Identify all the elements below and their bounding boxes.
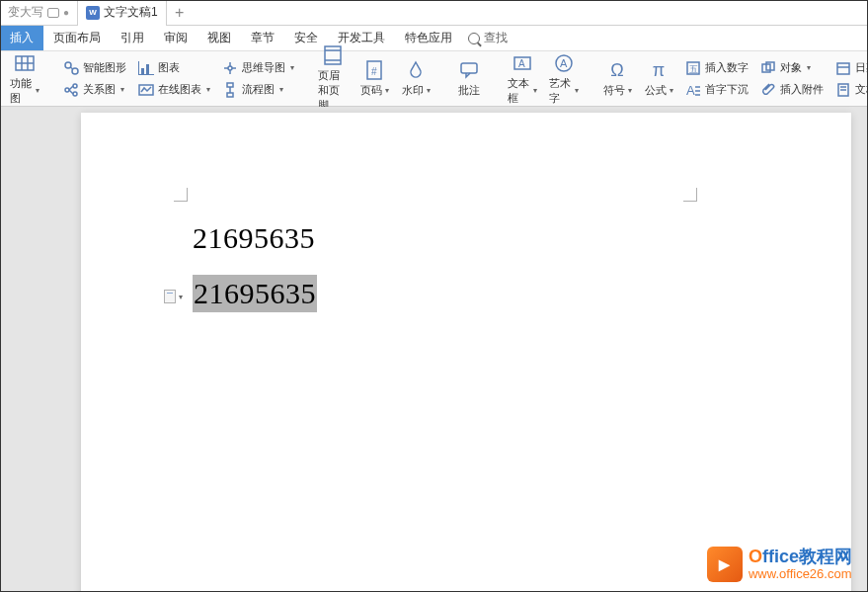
chevron-down-icon: ▾ (179, 293, 183, 301)
menu-section[interactable]: 章节 (241, 26, 284, 50)
chevron-down-icon: ▾ (670, 86, 673, 95)
svg-line-11 (69, 90, 73, 94)
chevron-down-icon: ▾ (628, 86, 632, 95)
watermark-url: www.office26.com (749, 567, 852, 581)
menu-references[interactable]: 引用 (111, 26, 154, 50)
label: 图表 (158, 60, 180, 75)
menu-view[interactable]: 视图 (197, 26, 241, 50)
dropcap-button[interactable]: A首字下沉 (683, 81, 750, 99)
label: 插入附件 (780, 82, 824, 97)
tab-label: 文字文稿1 (104, 4, 158, 21)
watermark-button[interactable]: 水印▾ (395, 57, 436, 100)
label: 流程图 (242, 82, 275, 97)
logo-icon: ▶ (707, 547, 743, 582)
insert-number-button[interactable]: 五插入数字 (683, 59, 750, 77)
paperclip-icon (760, 82, 776, 98)
header-footer-button[interactable]: 页眉和页脚 (312, 42, 354, 115)
document-page[interactable]: 21695635 21695635 ▾ (81, 113, 851, 592)
grid-icon (14, 52, 36, 74)
label: 符号 (603, 83, 625, 98)
menu-review[interactable]: 审阅 (154, 26, 197, 50)
number-icon: 五 (685, 60, 701, 76)
svg-text:A: A (686, 83, 695, 98)
symbol-button[interactable]: Ω 符号▾ (596, 57, 638, 100)
menu-insert[interactable]: 插入 (0, 26, 43, 50)
document-text-line[interactable]: 21695635 (193, 221, 315, 255)
feature-map-button[interactable]: 功能图▾ (4, 50, 45, 108)
tab-prev-doc[interactable]: 变大写 ● (0, 0, 78, 26)
page-number-button[interactable]: # 页码▾ (354, 57, 395, 100)
label: 艺术字 (549, 76, 572, 106)
document-tab-bar: 变大写 ● W 文字文稿1 + (0, 0, 868, 26)
object-button[interactable]: 对象▾ (758, 59, 826, 77)
doc-part-button[interactable]: 文档部件▾ (833, 81, 868, 99)
date-button[interactable]: 日期 (833, 59, 868, 77)
svg-text:A: A (518, 58, 525, 69)
chevron-down-icon: ▾ (427, 86, 431, 95)
wordart-icon: A (553, 52, 575, 74)
online-chart-button[interactable]: 在线图表▾ (136, 81, 212, 99)
comment-button[interactable]: 批注 (448, 57, 490, 100)
textbox-button[interactable]: A 文本框▾ (502, 50, 543, 108)
ribbon-toolbar: 功能图▾ 智能图形 关系图▾ 图表 在线图表▾ 思维导图▾ 流程图▾ 页眉和页脚… (0, 51, 868, 107)
search-icon (468, 33, 480, 44)
svg-text:#: # (371, 66, 377, 77)
flowchart-icon (222, 82, 238, 98)
svg-text:A: A (560, 57, 568, 69)
chat-icon (47, 8, 59, 18)
tab-indicator-icon: ● (63, 7, 69, 18)
relation-chart-button[interactable]: 关系图▾ (61, 81, 128, 99)
chevron-down-icon: ▾ (807, 63, 811, 72)
search-label: 查找 (484, 30, 508, 46)
flowchart-button[interactable]: 流程图▾ (220, 81, 296, 99)
label: 文本框 (508, 76, 530, 106)
attachment-button[interactable]: 插入附件 (758, 81, 826, 99)
document-workspace: 21695635 21695635 ▾ (0, 107, 868, 592)
svg-point-7 (65, 88, 69, 92)
label: 思维导图 (242, 60, 285, 75)
label: 公式 (645, 83, 667, 98)
header-footer-icon (322, 44, 344, 66)
formula-button[interactable]: π 公式▾ (638, 57, 679, 100)
chevron-down-icon: ▾ (533, 86, 537, 95)
menu-special[interactable]: 特色应用 (395, 26, 462, 50)
chevron-down-icon: ▾ (385, 86, 389, 95)
chart-button[interactable]: 图表 (136, 59, 212, 77)
paste-options-button[interactable]: ▾ (164, 290, 183, 303)
watermark-title: Office教程网 (749, 548, 852, 567)
search-area[interactable]: 查找 (468, 30, 508, 46)
document-text-selected[interactable]: 21695635 (193, 275, 317, 312)
watermark-icon (405, 59, 427, 81)
label: 页码 (360, 83, 382, 98)
chevron-down-icon: ▾ (290, 63, 294, 72)
relation-icon (63, 82, 79, 98)
mindmap-button[interactable]: 思维导图▾ (220, 59, 296, 77)
tab-label: 变大写 (8, 4, 43, 21)
label: 批注 (458, 83, 480, 98)
label: 水印 (402, 83, 424, 98)
svg-point-9 (73, 92, 77, 96)
menu-page-layout[interactable]: 页面布局 (43, 26, 111, 50)
tab-active-doc[interactable]: W 文字文稿1 (78, 0, 167, 26)
svg-line-10 (69, 86, 73, 90)
smart-shape-button[interactable]: 智能图形 (61, 59, 128, 77)
mindmap-icon (222, 60, 238, 76)
label: 在线图表 (158, 82, 201, 97)
margin-marker-icon (683, 188, 697, 202)
smartart-icon (63, 60, 79, 76)
svg-rect-39 (837, 63, 849, 74)
label: 插入数字 (705, 60, 749, 75)
pi-icon: π (648, 59, 670, 81)
svg-rect-21 (325, 46, 341, 64)
margin-marker-icon (174, 188, 188, 202)
chevron-down-icon: ▾ (120, 85, 124, 94)
label: 功能图 (10, 76, 33, 106)
wordart-button[interactable]: A 艺术字▾ (543, 50, 585, 108)
word-doc-icon: W (86, 6, 100, 20)
textbox-icon: A (512, 52, 533, 74)
label: 文档部件 (855, 82, 868, 97)
omega-icon: Ω (606, 59, 628, 81)
svg-text:五: 五 (689, 64, 698, 74)
site-watermark: ▶ Office教程网 www.office26.com (707, 547, 852, 582)
new-tab-button[interactable]: + (167, 0, 193, 26)
